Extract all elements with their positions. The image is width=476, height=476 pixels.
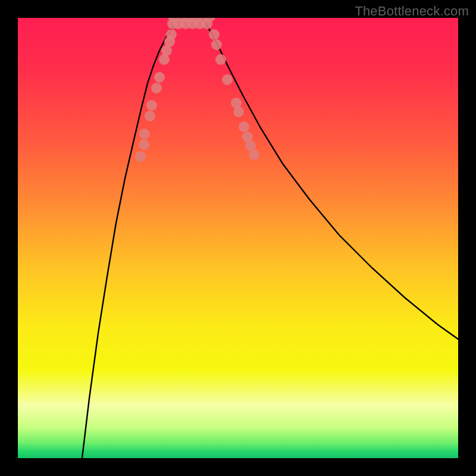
- valley-rects-group: [168, 18, 215, 21]
- curve-path-group: [82, 18, 458, 458]
- data-marker: [151, 83, 162, 93]
- watermark-text: TheBottleneck.com: [355, 4, 469, 19]
- left-curve: [82, 18, 181, 458]
- data-marker: [222, 74, 233, 85]
- data-marker: [139, 129, 150, 139]
- data-marker: [139, 139, 149, 150]
- curves-layer: [18, 18, 458, 458]
- valley-flat-marker: [168, 18, 215, 21]
- data-marker: [233, 107, 244, 117]
- data-marker: [135, 151, 146, 162]
- data-marker: [146, 100, 157, 111]
- data-marker: [211, 39, 222, 50]
- plot-area: [18, 18, 458, 458]
- data-marker: [166, 29, 177, 40]
- data-marker: [145, 111, 155, 121]
- data-marker: [209, 29, 220, 40]
- right-curve: [202, 18, 458, 339]
- data-marker: [239, 121, 249, 132]
- data-marker: [154, 72, 165, 83]
- data-marker: [215, 54, 226, 65]
- chart-frame: TheBottleneck.com: [0, 0, 476, 476]
- data-marker: [249, 149, 259, 160]
